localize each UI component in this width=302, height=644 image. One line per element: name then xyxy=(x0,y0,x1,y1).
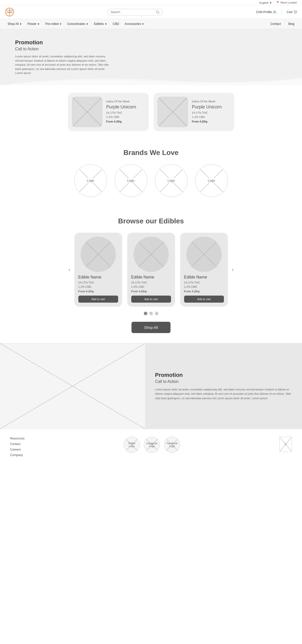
hero-section: Promotion Call to Action Lorem ipsum dol… xyxy=(0,29,302,85)
nav-edibles[interactable]: Edibles ▼ xyxy=(91,21,110,27)
hero-wave xyxy=(0,75,302,85)
search-input[interactable] xyxy=(111,10,156,14)
add-to-cart-3[interactable]: Add to cart xyxy=(184,296,224,303)
instagram-logo[interactable]: Instagram Logo xyxy=(144,437,160,453)
brands-grid: Logo Logo Logo Logo xyxy=(5,164,297,197)
promo-split: Promotion Call to Action Lorem ipsum dol… xyxy=(0,343,302,429)
featured-info-1: Indica Of the Week Purple Unicorn 14-17%… xyxy=(106,100,145,124)
profile-icon xyxy=(273,10,276,14)
facebook-logo[interactable]: Facebook Logo xyxy=(164,437,180,453)
edible-name-2: Edible Name xyxy=(131,275,171,279)
featured-info-2: Indica Of the Week Purple Unicorn 14-17%… xyxy=(192,100,230,124)
edibles-grid: Edible Name 14-17% THC 1-2% CBD From 4.2… xyxy=(74,233,228,307)
edible-image-3 xyxy=(186,237,222,272)
top-bar: English ▼ 📍 Store Locator xyxy=(0,0,302,6)
brands-section: Brands We Love Logo Logo Logo Logo xyxy=(0,139,302,207)
logo[interactable]: CANNABIS CANADA xyxy=(5,8,14,17)
featured-label-2: Indica Of the Week xyxy=(192,100,230,103)
edible-card-3: Edible Name 14-17% THC 1-2% CBD From 4.2… xyxy=(180,233,228,307)
featured-section: Indica Of the Week Purple Unicorn 14-17%… xyxy=(0,85,302,139)
nav: Shop All ▼ Flower ▼ Pre-rolled ▼ Concent… xyxy=(0,19,302,29)
nav-pre-rolled[interactable]: Pre-rolled ▼ xyxy=(43,21,64,27)
language-selector[interactable]: English ▼ xyxy=(259,1,272,4)
svg-line-4 xyxy=(158,13,159,14)
promo-split-content: Promotion Call to Action Lorem ipsum dol… xyxy=(145,343,302,429)
brands-title: Brands We Love xyxy=(5,149,297,157)
featured-card-2: Indica Of the Week Purple Unicorn 14-17%… xyxy=(154,93,234,131)
edible-image-2 xyxy=(133,237,169,272)
carousel-next-button[interactable]: › xyxy=(228,264,238,275)
promo-split-title: Promotion xyxy=(155,372,292,378)
nav-contact[interactable]: Contact xyxy=(268,21,283,27)
profile-link[interactable]: CAN Profile xyxy=(256,10,277,14)
carousel-prev-button[interactable]: ‹ xyxy=(64,264,74,275)
svg-point-3 xyxy=(156,11,159,13)
footer-socials: Twitter Logo Instagram Logo Facebook Log… xyxy=(124,437,180,453)
svg-point-6 xyxy=(295,13,295,14)
footer-inner: Resources Contact Careers Company Twitte… xyxy=(10,437,292,457)
nav-shop-all[interactable]: Shop All ▼ xyxy=(5,21,24,27)
svg-point-5 xyxy=(274,11,275,12)
brand-logo-3[interactable]: Logo xyxy=(155,164,188,197)
svg-text:CANADA: CANADA xyxy=(7,12,13,13)
nav-cbd[interactable]: CBD xyxy=(110,21,121,27)
featured-detail-1: 14-17% THC 1-2% CBD From 4.20/g xyxy=(106,111,145,124)
footer-contact[interactable]: Contact xyxy=(10,442,24,446)
search-icon xyxy=(156,10,159,14)
featured-image-2 xyxy=(158,97,188,127)
nav-left: Shop All ▼ Flower ▼ Pre-rolled ▼ Concent… xyxy=(5,21,147,27)
nav-accessories[interactable]: Accessories ▼ xyxy=(122,21,147,27)
brand-logo-1[interactable]: Logo xyxy=(74,164,107,197)
footer-company[interactable]: Company xyxy=(10,453,24,457)
brand-label-1: Logo xyxy=(85,178,96,183)
add-to-cart-2[interactable]: Add to cart xyxy=(131,296,171,303)
footer: Resources Contact Careers Company Twitte… xyxy=(0,429,302,464)
promo-split-subtitle: Call to Action xyxy=(155,379,292,384)
dot-2[interactable] xyxy=(149,312,153,315)
brand-label-2: Logo xyxy=(126,178,136,183)
hero-subtitle: Call to Action xyxy=(15,47,287,51)
footer-resources[interactable]: Resources xyxy=(10,437,24,440)
nav-flower[interactable]: Flower ▼ xyxy=(25,21,42,27)
featured-detail-2: 14-17% THC 1-2% CBD From 4.20/g xyxy=(192,111,230,124)
hero-title: Promotion xyxy=(15,39,287,46)
brand-logo-2[interactable]: Logo xyxy=(115,164,147,197)
edibles-title: Browse our Edibles xyxy=(5,217,297,225)
edibles-section: Browse our Edibles ‹ Edible Name 14-17% … xyxy=(0,207,302,343)
featured-card-1: Indica Of the Week Purple Unicorn 14-17%… xyxy=(68,93,149,131)
nav-blog[interactable]: Blog xyxy=(286,21,297,27)
edible-name-1: Edible Name xyxy=(78,275,118,279)
search-box[interactable] xyxy=(107,9,163,15)
svg-point-7 xyxy=(296,13,296,14)
cart-icon xyxy=(293,10,297,14)
brand-label-4: Logo xyxy=(206,178,217,183)
featured-name-1: Purple Unicorn xyxy=(106,104,145,110)
featured-label-1: Indica Of the Week xyxy=(106,100,145,103)
edible-name-3: Edible Name xyxy=(184,275,224,279)
footer-careers[interactable]: Careers xyxy=(10,448,24,451)
header: CANNABIS CANADA CAN Profile Cart xyxy=(0,6,302,19)
edible-card-1: Edible Name 14-17% THC 1-2% CBD From 4.2… xyxy=(74,233,122,307)
shop-all-button[interactable]: Shop All xyxy=(131,322,171,333)
store-locator[interactable]: 📍 Store Locator xyxy=(276,1,297,4)
dot-1[interactable] xyxy=(144,312,147,315)
brand-logo-4[interactable]: Logo xyxy=(195,164,228,197)
footer-right: ☰ xyxy=(279,437,292,452)
dot-3[interactable] xyxy=(155,312,158,315)
header-right: CAN Profile Cart xyxy=(256,10,297,15)
svg-text:CANNABIS: CANNABIS xyxy=(6,10,13,11)
edible-card-2: Edible Name 14-17% THC 1-2% CBD From 4.2… xyxy=(127,233,175,307)
nav-concentrates[interactable]: Concentrates ▼ xyxy=(65,21,91,27)
cart-link[interactable]: Cart xyxy=(287,10,297,14)
edible-detail-1: 14-17% THC 1-2% CBD From 4.20/g xyxy=(78,280,118,294)
edibles-carousel: ‹ Edible Name 14-17% THC 1-2% CBD From 4… xyxy=(5,233,297,307)
edible-detail-3: 14-17% THC 1-2% CBD From 4.20/g xyxy=(184,280,224,294)
footer-badge: ☰ xyxy=(279,437,292,452)
promo-split-image xyxy=(0,343,145,429)
twitter-logo[interactable]: Twitter Logo xyxy=(124,437,140,453)
add-to-cart-1[interactable]: Add to cart xyxy=(78,296,118,303)
featured-name-2: Purple Unicorn xyxy=(192,104,230,110)
header-divider xyxy=(281,10,282,15)
nav-right: Contact Blog xyxy=(268,21,297,27)
carousel-dots xyxy=(5,312,297,315)
